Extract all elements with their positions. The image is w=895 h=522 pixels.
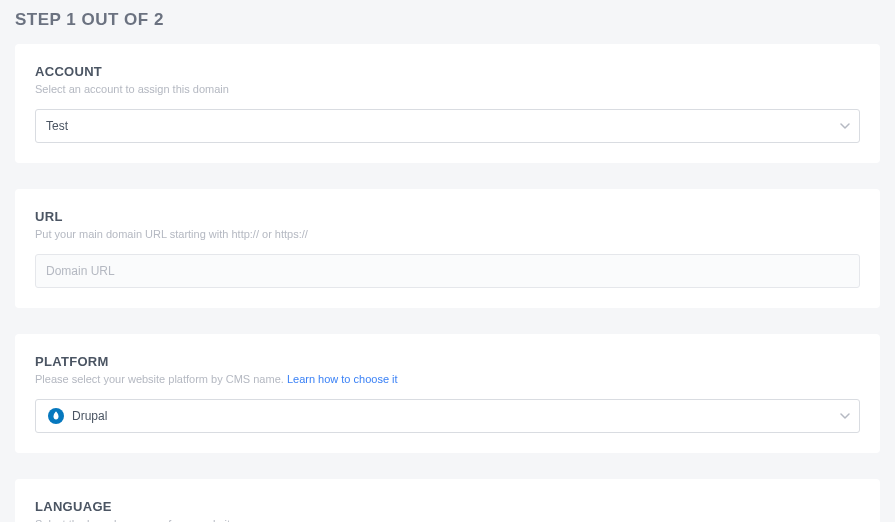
account-select-wrapper: Test [35, 109, 860, 143]
step-title: STEP 1 OUT OF 2 [15, 0, 880, 44]
account-label: ACCOUNT [35, 64, 860, 79]
url-description: Put your main domain URL starting with h… [35, 228, 860, 240]
platform-select-value: Drupal [72, 409, 107, 423]
platform-select[interactable]: Drupal [35, 399, 860, 433]
platform-desc-text: Please select your website platform by C… [35, 373, 287, 385]
language-card: LANGUAGE Select the base language of you… [15, 479, 880, 522]
drupal-icon [48, 408, 64, 424]
platform-description: Please select your website platform by C… [35, 373, 860, 385]
url-input[interactable] [35, 254, 860, 288]
platform-help-link[interactable]: Learn how to choose it [287, 373, 398, 385]
platform-label: PLATFORM [35, 354, 860, 369]
language-description: Select the base language of your website [35, 518, 860, 522]
account-card: ACCOUNT Select an account to assign this… [15, 44, 880, 163]
platform-card: PLATFORM Please select your website plat… [15, 334, 880, 453]
account-description: Select an account to assign this domain [35, 83, 860, 95]
language-label: LANGUAGE [35, 499, 860, 514]
url-card: URL Put your main domain URL starting wi… [15, 189, 880, 308]
platform-select-wrapper: Drupal [35, 399, 860, 433]
url-label: URL [35, 209, 860, 224]
account-select[interactable]: Test [35, 109, 860, 143]
account-select-value: Test [46, 119, 68, 133]
